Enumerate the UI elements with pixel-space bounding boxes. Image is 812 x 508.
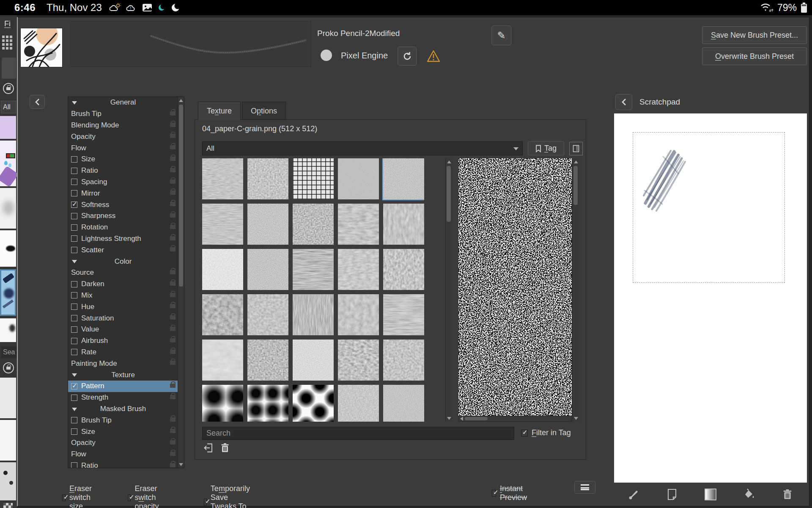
option-section-header[interactable]: Masked Brush bbox=[68, 403, 178, 415]
pattern-thumbnail[interactable] bbox=[293, 204, 334, 245]
brush-preset-thumb[interactable] bbox=[0, 141, 16, 186]
pattern-thumbnail[interactable] bbox=[338, 204, 379, 245]
pattern-thumbnail[interactable] bbox=[338, 385, 379, 422]
brush-option-row[interactable]: Ratio bbox=[68, 165, 178, 177]
brush-option-row[interactable]: Flow bbox=[68, 449, 178, 460]
tab-options[interactable]: Options bbox=[242, 102, 286, 120]
option-checkbox[interactable] bbox=[71, 156, 77, 163]
lock-docker-icon[interactable] bbox=[3, 83, 14, 94]
brush-option-row[interactable]: Blending Mode bbox=[68, 120, 178, 131]
option-checkbox[interactable] bbox=[71, 304, 77, 310]
pattern-thumbnail[interactable] bbox=[383, 204, 424, 245]
brush-option-row[interactable]: Scatter bbox=[68, 244, 178, 256]
save-new-brush-preset-button[interactable]: Save New Brush Preset... bbox=[702, 26, 807, 44]
detach-editor-menu-button[interactable] bbox=[574, 481, 595, 494]
pattern-grid-scrollbar[interactable] bbox=[445, 158, 452, 422]
brush-preset-thumb[interactable] bbox=[0, 318, 16, 342]
brush-option-row[interactable]: Mix bbox=[68, 290, 178, 301]
brush-preset-thumb[interactable] bbox=[0, 188, 16, 229]
brush-option-row[interactable]: Pattern bbox=[68, 381, 178, 392]
preview-scrollbar-vertical[interactable] bbox=[572, 158, 579, 422]
preset-search-field-partial[interactable]: Sea bbox=[1, 346, 17, 358]
pattern-thumbnail[interactable] bbox=[202, 385, 243, 422]
option-checkbox[interactable] bbox=[71, 247, 77, 253]
brush-option-row[interactable]: Source bbox=[68, 267, 178, 279]
option-checkbox[interactable] bbox=[71, 462, 77, 468]
brush-option-row[interactable]: Ratio bbox=[68, 460, 178, 469]
brush-option-row[interactable]: Lightness Strength bbox=[68, 233, 178, 245]
brush-option-row[interactable]: Brush Tip bbox=[68, 414, 178, 426]
tag-button[interactable]: Tag bbox=[528, 141, 564, 155]
brush-option-row[interactable]: Opacity bbox=[68, 437, 178, 449]
pattern-thumbnail[interactable] bbox=[202, 249, 243, 290]
option-checkbox[interactable] bbox=[71, 213, 77, 219]
footer-checkbox-temporarily-save-tweaks-to-presets[interactable]: Temporarily Save Tweaks To Presets bbox=[204, 484, 254, 508]
brush-option-row[interactable]: Hue bbox=[68, 301, 178, 312]
option-section-header[interactable]: Color bbox=[68, 256, 178, 267]
pattern-thumbnail[interactable] bbox=[293, 385, 334, 422]
footer-checkbox-instant-preview[interactable]: Instant Preview bbox=[492, 484, 529, 502]
options-list-scrollbar[interactable] bbox=[178, 97, 184, 468]
collapse-triangle-icon[interactable] bbox=[72, 260, 77, 263]
pattern-thumbnail[interactable] bbox=[338, 249, 379, 290]
pattern-thumbnail[interactable] bbox=[293, 294, 334, 335]
pattern-search-input[interactable] bbox=[202, 427, 514, 440]
brush-preset-thumb-selected[interactable] bbox=[0, 269, 16, 316]
pattern-thumbnail[interactable] bbox=[247, 249, 288, 290]
option-section-header[interactable]: General bbox=[68, 97, 178, 108]
tool-swatch[interactable] bbox=[2, 58, 16, 79]
reload-engine-button[interactable] bbox=[398, 47, 417, 66]
brush-option-row[interactable]: Sharpness bbox=[68, 210, 178, 222]
pattern-thumbnail[interactable] bbox=[338, 340, 379, 381]
brush-option-row[interactable]: Size bbox=[68, 426, 178, 437]
brush-option-row[interactable]: Strength bbox=[68, 392, 178, 403]
brush-option-row[interactable]: Darken bbox=[68, 279, 178, 290]
pattern-thumbnail[interactable] bbox=[293, 249, 334, 290]
file-menu-partial[interactable]: Fi bbox=[4, 19, 11, 28]
brush-option-row[interactable]: Mirror bbox=[68, 188, 178, 199]
pattern-thumbnail[interactable] bbox=[247, 294, 288, 335]
brush-option-row[interactable]: Opacity bbox=[68, 131, 178, 142]
brush-preset-thumb[interactable] bbox=[0, 378, 16, 418]
brush-option-row[interactable]: Softness bbox=[68, 199, 178, 210]
scratchpad-collapse-button[interactable] bbox=[615, 94, 632, 110]
import-tags-button[interactable] bbox=[569, 142, 583, 155]
pattern-thumbnail[interactable] bbox=[338, 294, 379, 335]
rename-brush-button[interactable]: ✎ bbox=[491, 25, 511, 45]
pattern-thumbnail[interactable] bbox=[383, 385, 424, 422]
option-checkbox[interactable] bbox=[71, 235, 77, 242]
option-checkbox[interactable] bbox=[71, 338, 77, 344]
option-checkbox[interactable] bbox=[71, 417, 77, 423]
brush-option-row[interactable]: Brush Tip bbox=[68, 108, 178, 120]
lock-docker-icon[interactable] bbox=[3, 362, 14, 373]
pattern-thumbnail[interactable] bbox=[202, 158, 243, 199]
option-checkbox[interactable] bbox=[71, 326, 77, 333]
preset-tag-all-tab[interactable]: All bbox=[1, 101, 16, 113]
option-checkbox[interactable] bbox=[71, 168, 77, 174]
tag-filter-dropdown[interactable]: All bbox=[202, 141, 523, 155]
footer-checkbox-eraser-switch-opacity[interactable]: Eraser switch opacity bbox=[128, 484, 162, 508]
scratchpad-clear-trash-icon[interactable] bbox=[780, 487, 795, 502]
collapse-presets-button[interactable] bbox=[30, 95, 45, 109]
option-checkbox[interactable] bbox=[71, 224, 77, 231]
brush-option-row[interactable]: Painting Mode bbox=[68, 358, 178, 369]
option-checkbox[interactable] bbox=[71, 315, 77, 321]
collapse-triangle-icon[interactable] bbox=[72, 373, 77, 377]
tab-texture[interactable]: Texture bbox=[198, 102, 241, 120]
delete-resource-trash-icon[interactable] bbox=[221, 443, 229, 453]
pattern-thumbnail[interactable] bbox=[247, 385, 288, 422]
collapse-triangle-icon[interactable] bbox=[72, 408, 77, 411]
brush-preset-thumb[interactable] bbox=[0, 230, 16, 267]
brush-preset-thumb[interactable] bbox=[0, 116, 16, 139]
brush-option-row[interactable]: Size bbox=[68, 154, 178, 165]
pattern-thumbnail[interactable] bbox=[202, 294, 243, 335]
filter-in-tag-checkbox[interactable]: Filter in Tag bbox=[521, 428, 571, 437]
pattern-thumbnail[interactable] bbox=[293, 158, 334, 199]
scratchpad-paint-brush-icon[interactable] bbox=[626, 487, 641, 502]
pattern-thumbnail[interactable] bbox=[293, 340, 334, 381]
pattern-thumbnail[interactable] bbox=[383, 249, 424, 290]
pattern-thumbnail[interactable] bbox=[202, 204, 243, 245]
option-checkbox[interactable] bbox=[71, 383, 77, 389]
brush-option-row[interactable]: Airbrush bbox=[68, 335, 178, 347]
footer-checkbox-eraser-switch-size[interactable]: Eraser switch size bbox=[62, 484, 95, 508]
